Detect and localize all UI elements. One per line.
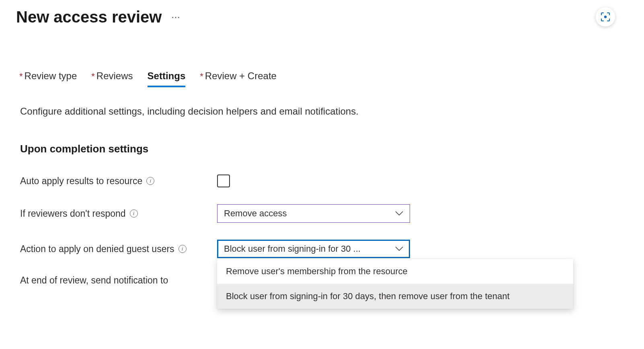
screen-capture-button[interactable] xyxy=(596,7,615,27)
denied-guest-label: Action to apply on denied guest users xyxy=(20,244,174,255)
svg-point-0 xyxy=(604,16,607,18)
tab-label: Review + Create xyxy=(205,70,277,82)
no-respond-label: If reviewers don't respond xyxy=(20,208,126,219)
tab-reviews[interactable]: * Reviews xyxy=(91,70,133,86)
dropdown-option-remove-membership[interactable]: Remove user's membership from the resour… xyxy=(217,259,573,284)
select-value: Remove access xyxy=(224,208,390,219)
denied-guest-select[interactable]: Block user from signing-in for 30 ... xyxy=(217,240,410,258)
row-no-respond: If reviewers don't respond i Remove acce… xyxy=(16,204,628,223)
required-asterisk-icon: * xyxy=(19,71,23,82)
dropdown-option-block-signin[interactable]: Block user from signing-in for 30 days, … xyxy=(217,284,573,309)
tab-label: Reviews xyxy=(96,70,133,82)
chevron-down-icon xyxy=(395,211,403,216)
info-icon[interactable]: i xyxy=(178,245,187,253)
row-auto-apply: Auto apply results to resource i xyxy=(16,174,628,187)
chevron-down-icon xyxy=(395,246,403,251)
info-icon[interactable]: i xyxy=(146,177,154,185)
section-heading: Upon completion settings xyxy=(16,143,628,155)
info-icon[interactable]: i xyxy=(130,209,138,218)
denied-guest-dropdown: Remove user's membership from the resour… xyxy=(217,259,573,309)
tab-settings[interactable]: Settings xyxy=(148,70,186,86)
camera-focus-icon xyxy=(600,12,611,22)
tab-label: Review type xyxy=(25,70,77,82)
page-title: New access review xyxy=(16,8,162,26)
tab-description: Configure additional settings, including… xyxy=(16,106,628,117)
page-header: New access review ⋯ xyxy=(16,8,628,26)
tab-review-type[interactable]: * Review type xyxy=(19,70,77,86)
required-asterisk-icon: * xyxy=(91,71,95,82)
more-menu-button[interactable]: ⋯ xyxy=(171,12,181,23)
required-asterisk-icon: * xyxy=(200,71,203,82)
no-respond-select[interactable]: Remove access xyxy=(217,204,410,223)
auto-apply-checkbox[interactable] xyxy=(217,174,230,187)
tab-label: Settings xyxy=(148,70,186,82)
auto-apply-label: Auto apply results to resource xyxy=(20,176,142,187)
select-value: Block user from signing-in for 30 ... xyxy=(224,244,390,254)
notify-label: At end of review, send notification to xyxy=(20,275,168,286)
row-denied-guest: Action to apply on denied guest users i … xyxy=(16,240,628,258)
tab-review-create[interactable]: * Review + Create xyxy=(200,70,277,86)
tab-list: * Review type * Reviews Settings * Revie… xyxy=(16,70,628,86)
